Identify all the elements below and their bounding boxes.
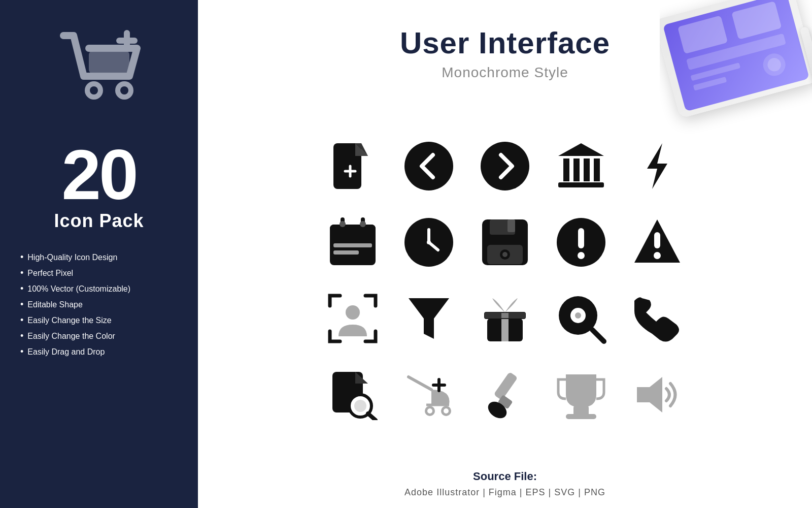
icon-cell-search-target <box>548 285 614 352</box>
svg-rect-46 <box>578 228 584 248</box>
icon-cell-trophy <box>548 362 614 428</box>
phone-icon <box>632 293 683 344</box>
icon-cell-alert-circle <box>548 209 614 275</box>
feature-item: Easily Drag and Drop <box>20 346 130 357</box>
icon-cell-file-search <box>320 362 386 428</box>
svg-line-59 <box>592 330 604 341</box>
svg-rect-24 <box>558 182 604 187</box>
file-search-icon <box>327 369 378 420</box>
svg-line-65 <box>368 414 376 420</box>
feature-item: High-Quality Icon Design <box>20 252 130 263</box>
svg-rect-49 <box>654 232 660 248</box>
feature-item: 100% Vector (Customizable) <box>20 283 130 294</box>
calendar-icon <box>327 217 378 268</box>
cart-plus-icon <box>48 20 150 122</box>
face-scan-icon <box>327 293 378 344</box>
svg-point-33 <box>340 221 346 227</box>
search-target-icon <box>556 293 606 344</box>
svg-point-70 <box>427 408 432 414</box>
svg-point-38 <box>427 240 431 244</box>
left-arrow-circle-icon <box>403 141 454 192</box>
gift-icon <box>480 293 530 344</box>
features-list: High-Quality Icon DesignPerfect Pixel100… <box>15 252 130 362</box>
svg-rect-28 <box>330 232 376 240</box>
icon-cell-face-scan <box>320 285 386 352</box>
feature-item: Editable Shape <box>20 299 130 310</box>
svg-point-44 <box>502 252 507 257</box>
icon-cell-stroller <box>396 362 462 428</box>
icon-cell-volume <box>624 362 690 428</box>
icon-cell-save <box>472 209 538 275</box>
icon-cell-filter <box>396 285 462 352</box>
bank-icon <box>556 141 606 192</box>
svg-point-64 <box>354 400 366 412</box>
svg-point-6 <box>120 86 128 94</box>
right-arrow-circle-icon <box>480 141 530 192</box>
svg-rect-32 <box>333 250 359 255</box>
svg-point-50 <box>654 252 661 259</box>
stroller-icon <box>403 369 454 420</box>
icon-cell-right-arrow <box>472 133 538 199</box>
page-title: User Interface <box>208 25 802 60</box>
svg-rect-74 <box>493 372 518 401</box>
sidebar-logo <box>48 20 150 124</box>
icon-cell-lightning <box>624 133 690 199</box>
svg-point-18 <box>481 142 529 190</box>
icon-cell-warning <box>624 209 690 275</box>
save-icon <box>480 217 530 268</box>
svg-point-5 <box>90 86 98 94</box>
svg-marker-25 <box>647 143 667 189</box>
feature-item: Perfect Pixel <box>20 268 130 278</box>
feature-item: Easily Change the Color <box>20 331 130 341</box>
main-content: User Interface Monochrome Style <box>198 0 812 508</box>
svg-marker-79 <box>637 377 662 412</box>
feature-item: Easily Change the Size <box>20 315 130 326</box>
svg-rect-20 <box>563 158 569 181</box>
svg-rect-22 <box>584 158 590 181</box>
icon-cell-calendar <box>320 209 386 275</box>
svg-rect-31 <box>333 243 372 247</box>
icons-grid <box>320 133 690 428</box>
icon-cell-paintbrush <box>472 362 538 428</box>
big-number: 20 <box>61 139 137 210</box>
svg-rect-41 <box>507 219 515 232</box>
svg-marker-19 <box>558 143 604 156</box>
icon-cell-gift <box>472 285 538 352</box>
svg-rect-57 <box>485 312 525 319</box>
svg-point-71 <box>444 408 449 414</box>
icon-cell-phone <box>624 285 690 352</box>
page-subtitle: Monochrome Style <box>208 65 802 81</box>
footer: Source File: Adobe Illustrator | Figma |… <box>198 460 812 508</box>
clock-circle-icon <box>403 217 454 268</box>
paintbrush-icon <box>480 369 530 420</box>
svg-point-51 <box>346 305 360 320</box>
icon-pack-label: Icon Pack <box>54 210 144 232</box>
icon-cell-file-plus <box>320 133 386 199</box>
svg-rect-78 <box>566 414 596 419</box>
svg-point-47 <box>578 252 585 259</box>
svg-point-61 <box>575 312 581 319</box>
svg-point-17 <box>404 142 453 190</box>
icon-cell-left-arrow <box>396 133 462 199</box>
trophy-icon <box>556 369 606 420</box>
svg-point-34 <box>360 221 366 227</box>
warning-triangle-icon <box>632 217 683 268</box>
svg-marker-52 <box>409 298 449 339</box>
volume-icon <box>632 369 683 420</box>
lightning-icon <box>632 141 683 192</box>
header: User Interface Monochrome Style <box>198 0 812 96</box>
icons-section <box>198 96 812 460</box>
svg-rect-0 <box>89 51 129 74</box>
svg-rect-21 <box>573 158 580 181</box>
svg-rect-23 <box>594 158 600 181</box>
source-file-list: Adobe Illustrator | Figma | EPS | SVG | … <box>208 487 802 498</box>
svg-line-66 <box>409 377 431 390</box>
source-file-title: Source File: <box>208 470 802 483</box>
alert-circle-icon <box>556 217 606 268</box>
sidebar: 20 Icon Pack High-Quality Icon DesignPer… <box>0 0 198 508</box>
file-plus-icon <box>327 141 378 192</box>
icon-cell-bank <box>548 133 614 199</box>
icon-cell-clock <box>396 209 462 275</box>
filter-icon <box>403 293 454 344</box>
